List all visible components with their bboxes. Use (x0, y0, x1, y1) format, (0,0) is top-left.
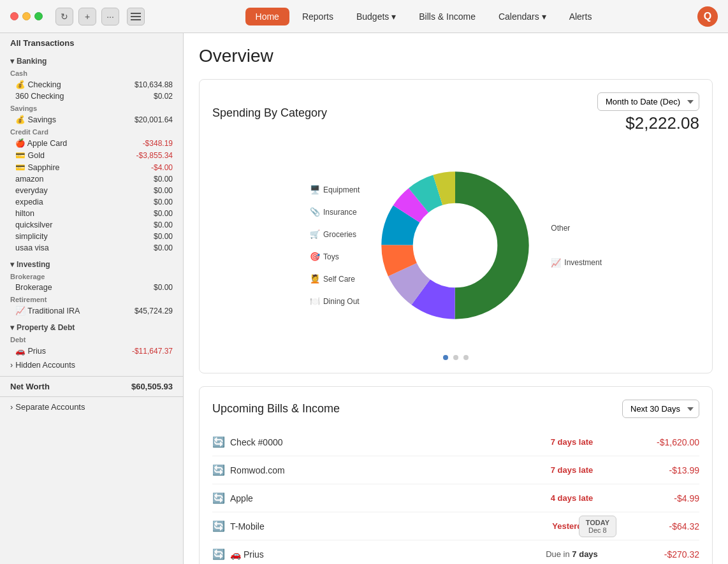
quicksilver-account[interactable]: quicksilver $0.00 (0, 219, 183, 231)
chevron-right-icon: › (10, 402, 13, 412)
label-toys: 🎯 Toys (310, 252, 360, 261)
bills-list: 🔄 Check #0000 7 days late -$1,620.00 🔄 R… (212, 428, 699, 564)
chevron-down-icon: ▾ (10, 260, 14, 269)
quicken-logo: Q (697, 6, 718, 27)
sidebar-toggle-button[interactable] (127, 8, 145, 25)
net-worth-row: Net Worth $60,505.93 (0, 376, 183, 396)
svg-rect-0 (131, 13, 141, 14)
page-title: Overview (199, 46, 713, 66)
investing-section: ▾ Investing Brokerage Brokerage $0.00 Re… (0, 256, 183, 317)
label-other: Other (551, 224, 602, 233)
bill-row-apple[interactable]: 🔄 Apple 4 days late -$4.99 (212, 484, 699, 512)
bill-row-check0000[interactable]: 🔄 Check #0000 7 days late -$1,620.00 (212, 428, 699, 456)
retirement-subsection: Retirement (0, 293, 183, 305)
360-checking-account[interactable]: 360 Checking $0.02 (0, 90, 183, 102)
label-dining-out: 🍽️ Dining Out (310, 296, 360, 306)
all-transactions-link[interactable]: All Transactions (0, 33, 183, 53)
bill-icon: 🔄 (212, 464, 230, 476)
svg-rect-1 (131, 16, 141, 17)
nav-reports[interactable]: Reports (292, 8, 344, 25)
banking-section: ▾ Banking Cash 💰 Checking $10,634.88 360… (0, 53, 183, 254)
banking-title[interactable]: ▾ Banking (0, 53, 183, 67)
bill-status: Due in 7 days (521, 549, 623, 559)
donut-chart (372, 163, 538, 328)
refresh-button[interactable]: ↻ (55, 8, 73, 25)
label-self-care: 💆 Self Care (310, 274, 360, 284)
maximize-button[interactable] (34, 12, 43, 20)
titlebar-controls: ↻ + ··· (55, 8, 119, 25)
investing-title[interactable]: ▾ Investing (0, 256, 183, 270)
more-button[interactable]: ··· (101, 8, 119, 25)
chevron-right-icon: › (10, 361, 13, 370)
bills-card-header: Upcoming Bills & Income Next 30 Days Nex… (212, 400, 699, 418)
chart-container: 🖥️ Equipment 📎 Insurance 🛒 Groceries 🎯 T… (212, 143, 699, 347)
usaa-visa-account[interactable]: usaa visa $0.00 (0, 242, 183, 254)
cash-subsection: Cash (0, 67, 183, 78)
nav-alerts[interactable]: Alerts (559, 8, 602, 25)
savings-account[interactable]: 💰 Savings $20,001.64 (0, 113, 183, 126)
spending-card: Spending By Category Month to Date (Dec)… (199, 79, 713, 373)
label-insurance: 📎 Insurance (310, 207, 360, 217)
close-button[interactable] (10, 12, 18, 20)
nav-calendars[interactable]: Calendars ▾ (488, 8, 557, 25)
nav-home[interactable]: Home (245, 8, 289, 25)
credit-card-subsection: Credit Card (0, 126, 183, 137)
chart-right-labels: Other 📈 Investment (551, 224, 602, 268)
net-worth-value: $60,505.93 (131, 382, 173, 391)
dot-1[interactable] (443, 355, 448, 360)
bill-icon: 🔄 (212, 548, 230, 560)
bills-card-title: Upcoming Bills & Income (212, 402, 340, 416)
net-worth-label: Net Worth (10, 382, 50, 391)
ira-account[interactable]: 📈 Traditional IRA $45,724.29 (0, 305, 183, 317)
content-area: Overview Spending By Category Month to D… (184, 33, 728, 564)
nav-budgets[interactable]: Budgets ▾ (346, 8, 406, 25)
svg-rect-2 (131, 19, 141, 20)
separate-accounts-link[interactable]: › Separate Accounts (0, 396, 183, 417)
gold-account[interactable]: 💳 Gold -$3,855.34 (0, 149, 183, 161)
sapphire-account[interactable]: 💳 Sapphire -$4.00 (0, 161, 183, 173)
bills-period-selector[interactable]: Next 30 Days Next 7 Days Next 60 Days (622, 400, 699, 418)
main-nav: Home Reports Budgets ▾ Bills & Income Ca… (157, 8, 690, 25)
period-selector[interactable]: Month to Date (Dec) Last Month Year to D… (597, 92, 699, 111)
expedia-account[interactable]: expedia $0.00 (0, 196, 183, 208)
hilton-account[interactable]: hilton $0.00 (0, 208, 183, 219)
bill-row-prius[interactable]: 🔄 🚗 Prius Due in 7 days -$270.32 (212, 540, 699, 564)
prius-account[interactable]: 🚗 Prius -$11,647.37 (0, 345, 183, 357)
add-tab-button[interactable]: + (78, 8, 96, 25)
bill-icon: 🔄 (212, 436, 230, 448)
spending-card-title: Spending By Category (212, 106, 327, 120)
svg-point-11 (414, 204, 497, 287)
apple-card-account[interactable]: 🍎 Apple Card -$348.19 (0, 137, 183, 149)
spending-card-header: Spending By Category Month to Date (Dec)… (212, 92, 699, 133)
dot-3[interactable] (463, 355, 469, 360)
titlebar: ↻ + ··· Home Reports Budgets ▾ Bills & I… (0, 0, 728, 33)
bill-amount: -$1,620.00 (623, 437, 699, 447)
property-debt-section: ▾ Property & Debt Debt 🚗 Prius -$11,647.… (0, 319, 183, 357)
bills-card: Upcoming Bills & Income Next 30 Days Nex… (199, 386, 713, 564)
spending-card-controls: Month to Date (Dec) Last Month Year to D… (597, 92, 699, 133)
bill-status: 7 days late (521, 437, 623, 447)
hidden-accounts[interactable]: › Hidden Accounts (0, 359, 183, 371)
today-marker: TODAY Dec 8 (579, 516, 616, 537)
label-equipment: 🖥️ Equipment (310, 185, 360, 194)
dot-2[interactable] (453, 355, 458, 360)
brokerage-subsection: Brokerage (0, 270, 183, 282)
checking-account[interactable]: 💰 Checking $10,634.88 (0, 78, 183, 90)
everyday-account[interactable]: everyday $0.00 (0, 185, 183, 196)
simplicity-account[interactable]: simplicity $0.00 (0, 231, 183, 242)
bill-row-tmobile[interactable]: 🔄 T-Mobile Yesterday -$64.32 TODAY Dec 8 (212, 512, 699, 540)
chevron-down-icon: ▾ (10, 323, 14, 332)
debt-subsection: Debt (0, 333, 183, 345)
minimize-button[interactable] (22, 12, 31, 20)
bill-amount: -$4.99 (623, 493, 699, 503)
nav-bills-income[interactable]: Bills & Income (409, 8, 486, 25)
brokerage-account[interactable]: Brokerage $0.00 (0, 282, 183, 293)
chart-left-labels: 🖥️ Equipment 📎 Insurance 🛒 Groceries 🎯 T… (310, 185, 360, 306)
amazon-account[interactable]: amazon $0.00 (0, 173, 183, 185)
bill-row-romwod[interactable]: 🔄 Romwod.com 7 days late -$13.99 (212, 456, 699, 484)
label-investment: 📈 Investment (551, 258, 602, 268)
sidebar: All Transactions ▾ Banking Cash 💰 Checki… (0, 33, 184, 564)
property-debt-title[interactable]: ▾ Property & Debt (0, 319, 183, 333)
bill-icon: 🔄 (212, 520, 230, 532)
traffic-lights (10, 12, 43, 20)
